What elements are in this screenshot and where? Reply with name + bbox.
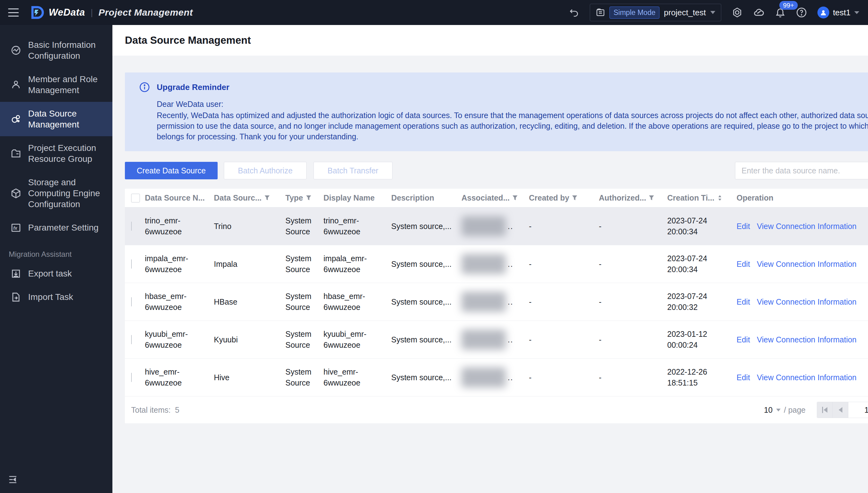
cell-creation-time: 2023-01-1200:00:24	[667, 329, 737, 350]
batch-transfer-button[interactable]: Batch Transfer	[313, 162, 393, 179]
column-header-creation-time[interactable]: Creation Ti...	[667, 193, 737, 202]
column-header-associated[interactable]: Associated...	[462, 193, 529, 202]
row-checkbox[interactable]	[131, 297, 132, 306]
sidebar-item-label: Import Task	[28, 292, 73, 302]
sidebar-item-member-role[interactable]: Member and Role Management	[0, 67, 112, 102]
cell-creation-time: 2023-07-2420:00:32	[667, 291, 737, 313]
cell-authorized: -	[599, 297, 667, 307]
help-icon[interactable]	[796, 7, 807, 18]
project-name: project_test	[664, 8, 706, 18]
project-folder-icon	[596, 8, 605, 17]
redacted-value	[462, 329, 506, 349]
sidebar-item-export-task[interactable]: Export task	[0, 262, 112, 285]
view-connection-information-link[interactable]: View Connection Information	[757, 260, 856, 269]
cell-description: System source,...	[391, 372, 462, 383]
column-header-data-source-type[interactable]: Data Sourc...	[214, 193, 285, 202]
cell-data-source-name: hbase_emr-6wwuzeoe	[145, 291, 214, 313]
table-row: hive_emr-6wwuzeoe Hive System Source hiv…	[125, 359, 868, 396]
first-page-button[interactable]	[817, 402, 833, 418]
edit-link[interactable]: Edit	[737, 260, 750, 269]
brand-divider: |	[91, 7, 93, 18]
sidebar-item-parameter-setting[interactable]: fx Parameter Setting	[0, 216, 112, 239]
chevron-down-icon	[776, 409, 781, 411]
row-checkbox[interactable]	[131, 259, 132, 269]
edit-link[interactable]: Edit	[737, 297, 750, 306]
edit-link[interactable]: Edit	[737, 373, 750, 382]
search-input[interactable]	[741, 166, 868, 175]
import-icon	[10, 292, 21, 302]
cell-description: System source,...	[391, 297, 462, 307]
toolbar: Create Data Source Batch Authorize Batch…	[125, 162, 868, 179]
cube-icon	[10, 188, 21, 199]
collapse-sidebar-icon[interactable]	[7, 474, 18, 486]
cell-data-source-name: impala_emr-6wwuzeoe	[145, 253, 214, 275]
avatar	[818, 6, 829, 18]
filter-icon[interactable]	[648, 195, 654, 201]
user-menu[interactable]: test1	[818, 6, 859, 18]
cell-data-source-type: Trino	[214, 221, 285, 232]
edit-link[interactable]: Edit	[737, 222, 750, 231]
banner-body: Dear WeData user: Recently, WeData has o…	[139, 99, 868, 142]
table-row: trino_emr-6wwuzeoe Trino System Source t…	[125, 208, 868, 245]
cell-operation: EditView Connection Information	[737, 259, 868, 270]
top-header: WeData | Project Management Simple Mode …	[0, 0, 868, 25]
filter-icon[interactable]	[572, 195, 578, 201]
view-connection-information-link[interactable]: View Connection Information	[757, 373, 856, 382]
cell-creation-time: 2022-12-2618:51:15	[667, 366, 737, 388]
row-checkbox[interactable]	[131, 373, 132, 382]
page-size-select[interactable]: 10	[764, 406, 781, 414]
sort-icon[interactable]	[717, 195, 723, 201]
product-title: Project Management	[98, 7, 193, 18]
sidebar-item-storage-computing-engine[interactable]: Storage and Computing Engine Configurati…	[0, 171, 112, 216]
settings-icon[interactable]	[732, 7, 742, 18]
sidebar-item-basic-information[interactable]: Basic Information Configuration	[0, 33, 112, 67]
cell-operation: EditView Connection Information	[737, 221, 868, 232]
undo-icon[interactable]	[569, 7, 579, 18]
table-row: impala_emr-6wwuzeoe Impala System Source…	[125, 245, 868, 283]
cell-created-by: -	[529, 334, 599, 345]
cell-created-by: -	[529, 372, 599, 383]
sidebar-item-data-source-management[interactable]: Data Source Management	[0, 102, 112, 136]
row-checkbox[interactable]	[131, 221, 132, 231]
folder-icon	[10, 148, 21, 159]
fx-icon: fx	[10, 222, 21, 233]
batch-authorize-button[interactable]: Batch Authorize	[224, 162, 307, 179]
sidebar-section-migration-assistant: Migration Assistant	[0, 239, 112, 262]
sidebar-item-label: Data Source Management	[28, 108, 100, 130]
redacted-value	[462, 216, 506, 236]
view-connection-information-link[interactable]: View Connection Information	[757, 297, 856, 306]
sidebar-item-import-task[interactable]: Import Task	[0, 285, 112, 309]
hamburger-menu-icon[interactable]	[8, 8, 19, 17]
search-box	[735, 162, 868, 179]
current-page-input[interactable]: 1	[848, 402, 868, 418]
table-row: kyuubi_emr-6wwuzeoe Kyuubi System Source…	[125, 321, 868, 359]
export-icon	[10, 269, 21, 279]
cell-data-source-type: Hive	[214, 372, 285, 383]
cell-type: System Source	[285, 366, 324, 388]
row-checkbox[interactable]	[131, 335, 132, 344]
select-all-checkbox[interactable]	[131, 194, 140, 202]
filter-icon[interactable]	[264, 195, 270, 201]
filter-icon[interactable]	[306, 195, 312, 201]
column-header-type[interactable]: Type	[285, 193, 324, 202]
cell-description: System source,...	[391, 221, 462, 232]
sidebar-item-project-execution-resource-group[interactable]: Project Execution Resource Group	[0, 136, 112, 171]
user-chevron-down-icon	[854, 11, 859, 14]
upgrade-reminder-banner: Upgrade Reminder Dear WeData user: Recen…	[125, 72, 868, 151]
edit-link[interactable]: Edit	[737, 335, 750, 344]
notifications-bell-icon[interactable]: 99+	[775, 7, 785, 18]
cell-created-by: -	[529, 221, 599, 232]
cell-description: System source,...	[391, 259, 462, 270]
column-header-operation: Operation	[737, 193, 868, 202]
column-header-created-by[interactable]: Created by	[529, 193, 599, 202]
project-selector[interactable]: Simple Mode project_test	[590, 4, 721, 21]
view-connection-information-link[interactable]: View Connection Information	[757, 222, 856, 231]
view-connection-information-link[interactable]: View Connection Information	[757, 335, 856, 344]
filter-icon[interactable]	[512, 195, 518, 201]
cell-associated-instance: ..	[462, 292, 529, 312]
cloud-icon[interactable]	[753, 7, 764, 18]
svg-text:fx: fx	[14, 225, 18, 230]
column-header-authorized[interactable]: Authorized...	[599, 193, 667, 202]
prev-page-button[interactable]	[833, 402, 848, 418]
create-data-source-button[interactable]: Create Data Source	[125, 162, 218, 179]
